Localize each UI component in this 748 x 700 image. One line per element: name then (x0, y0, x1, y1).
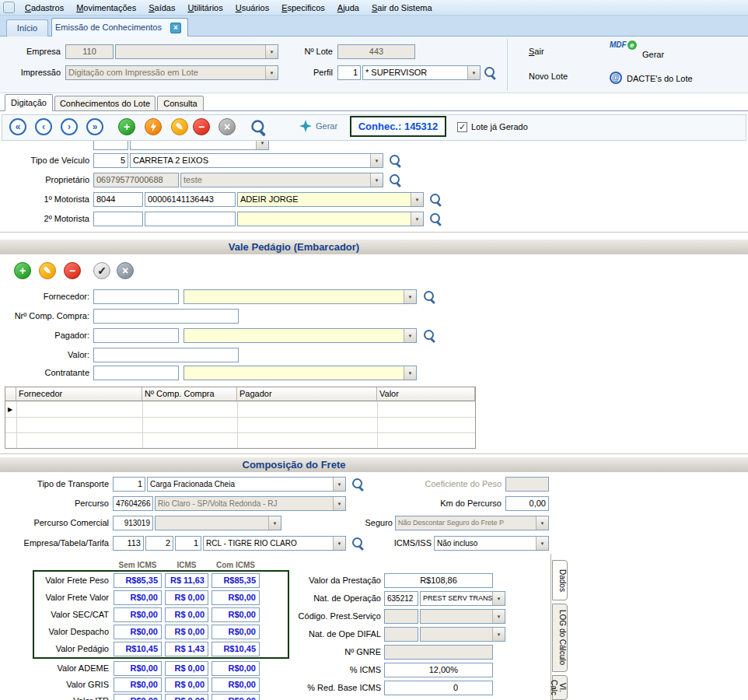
dropdown-arrow-icon[interactable]: ▼ (492, 610, 505, 623)
grid-row[interactable] (17, 433, 474, 448)
cell-itr-icms[interactable]: R$ 0,00 (165, 694, 208, 700)
pagador-field[interactable] (93, 328, 179, 343)
tarifa-combo[interactable]: RCL - TIGRE RIO CLARO ▼ (203, 536, 346, 551)
cancel-button[interactable]: × (218, 118, 236, 135)
cell-frete-valor-sem[interactable]: R$0,00 (114, 590, 162, 605)
cell-despacho-icms[interactable]: R$ 0,00 (165, 625, 208, 639)
side-tab-dados[interactable]: Dados (552, 560, 568, 600)
nav-next-button[interactable]: › (61, 118, 78, 135)
dropdown-arrow-icon[interactable]: ▼ (536, 516, 548, 530)
menu-item-especificos[interactable]: Especificos (275, 0, 331, 16)
cell-gris-icms[interactable]: R$ 0,00 (165, 677, 208, 692)
vale-confirm-button[interactable]: ✓ (93, 262, 110, 279)
red-base-field[interactable]: 0 (384, 681, 493, 695)
dropdown-arrow-icon[interactable]: ▼ (370, 154, 383, 167)
nav-prev-button[interactable]: ‹ (35, 118, 52, 135)
percurso-combo[interactable]: Rio Claro - SP/Volta Redonda - RJ ▼ (155, 496, 346, 511)
coef-peso-field[interactable] (505, 477, 549, 492)
empresa-field[interactable]: 110 (65, 44, 114, 59)
percurso-code-field[interactable]: 47604266 (113, 496, 153, 511)
proprietario-code-field[interactable]: 06979577000688 (93, 173, 179, 187)
grid-header-comp-compra[interactable]: Nº Comp. Compra (142, 387, 237, 401)
dropdown-arrow-icon[interactable]: ▼ (333, 497, 345, 510)
cell-despacho-sem[interactable]: R$0,00 (114, 625, 162, 639)
search-icon[interactable] (351, 478, 365, 491)
search-button[interactable] (250, 119, 267, 135)
valor-prestacao-field[interactable]: R$108,86 (384, 573, 493, 588)
cell-sec-cat-com[interactable]: R$0,00 (211, 607, 260, 622)
tipo-veiculo-combo[interactable]: CARRETA 2 EIXOS ▼ (130, 153, 383, 168)
motorista2-code-field[interactable] (93, 212, 143, 226)
nat-operacao-combo[interactable]: PREST SERV TRANSI ▼ (420, 591, 505, 606)
subtab-digitacao[interactable]: Digitação (5, 94, 53, 111)
dropdown-arrow-icon[interactable]: ▼ (492, 628, 505, 641)
cell-pedagio-sem[interactable]: R$10,45 (114, 642, 162, 656)
dropdown-arrow-icon[interactable]: ▼ (404, 329, 416, 342)
edit-button[interactable]: ✎ (171, 118, 188, 135)
dropdown-arrow-icon[interactable]: ▼ (256, 141, 268, 149)
dropdown-arrow-icon[interactable]: ▼ (492, 592, 505, 605)
dropdown-arrow-icon[interactable]: ▼ (333, 537, 345, 550)
perfil-code-field[interactable]: 1 (337, 65, 361, 80)
tarifa-code-field[interactable]: 1 (175, 536, 201, 551)
menu-item-cadastros[interactable]: Cadastros (19, 0, 70, 16)
cell-sec-cat-icms[interactable]: R$ 0,00 (165, 607, 208, 622)
tipo-veiculo-code-field[interactable]: 5 (93, 153, 128, 168)
nav-last-button[interactable]: » (86, 118, 103, 135)
cell-pedagio-com[interactable]: R$10,45 (211, 642, 260, 656)
clipped-combo[interactable]: ▼ (130, 141, 269, 150)
icms-iss-combo[interactable]: Não incluso ▼ (434, 536, 549, 551)
cell-pedagio-icms[interactable]: R$ 1,43 (165, 642, 208, 656)
cell-ademe-icms[interactable]: R$ 0,00 (165, 661, 208, 676)
search-icon[interactable] (429, 193, 442, 206)
clipped-field[interactable] (93, 141, 128, 150)
cell-ademe-com[interactable]: R$0,00 (211, 661, 260, 676)
perfil-combo[interactable]: * SUPERVISOR ▼ (362, 65, 481, 80)
vale-add-button[interactable]: + (14, 262, 31, 279)
grid-row[interactable] (17, 418, 474, 432)
dropdown-arrow-icon[interactable]: ▼ (268, 516, 281, 530)
dropdown-arrow-icon[interactable]: ▼ (536, 537, 548, 550)
pagador-combo[interactable]: ▼ (184, 328, 417, 343)
nat-difal-code-field[interactable] (384, 627, 418, 642)
menu-item-movimentacoes[interactable]: Movimentações (70, 0, 142, 16)
grid-header-fornecedor[interactable]: Fornecedor (16, 387, 142, 401)
add-button[interactable]: + (118, 118, 135, 135)
grid-header-valor[interactable]: Valor (377, 387, 475, 401)
empresa-code-field[interactable]: 113 (113, 536, 144, 551)
cell-sec-cat-sem[interactable]: R$0,00 (114, 607, 162, 622)
dropdown-arrow-icon[interactable]: ▼ (467, 66, 480, 79)
dropdown-arrow-icon[interactable]: ▼ (265, 45, 278, 58)
tab-inicio[interactable]: Início (6, 19, 48, 37)
cell-despacho-com[interactable]: R$0,00 (211, 625, 260, 639)
cell-frete-peso-icms[interactable]: R$ 11,63 (165, 573, 208, 588)
tipo-transporte-code-field[interactable]: 1 (113, 477, 145, 492)
fornecedor-combo[interactable]: ▼ (184, 289, 417, 304)
search-icon[interactable] (389, 154, 402, 167)
lote-field[interactable]: 443 (337, 44, 415, 59)
vale-delete-button[interactable]: − (64, 262, 81, 279)
cell-frete-valor-icms[interactable]: R$ 0,00 (165, 590, 208, 605)
motorista1-doc-field[interactable]: 00006141136443 (145, 192, 236, 207)
menu-item-utilitarios[interactable]: Utilitários (181, 0, 229, 16)
grid-header-pagador[interactable]: Pagador (237, 387, 377, 401)
cell-frete-valor-com[interactable]: R$0,00 (211, 590, 260, 605)
dropdown-arrow-icon[interactable]: ▼ (370, 173, 383, 187)
menu-item-usuarios[interactable]: Usuários (229, 0, 275, 16)
empresa-combo[interactable]: ▼ (115, 44, 278, 59)
lote-gerado-checkbox[interactable]: ✓ (457, 122, 467, 132)
impressao-combo[interactable]: Digitação com Impressão em Lote ▼ (65, 65, 278, 80)
comp-compra-field[interactable] (93, 309, 239, 324)
search-icon[interactable] (484, 66, 497, 79)
nav-first-button[interactable]: « (9, 118, 26, 135)
percurso-comercial-code-field[interactable]: 913019 (113, 516, 153, 530)
tipo-transporte-combo[interactable]: Carga Fracionada Cheia ▼ (147, 477, 346, 492)
motorista2-combo[interactable]: ▼ (237, 212, 424, 226)
gerar-mdfe-button[interactable]: Gerar (642, 48, 664, 61)
dropdown-arrow-icon[interactable]: ▼ (411, 212, 423, 226)
dropdown-arrow-icon[interactable]: ▼ (333, 478, 345, 491)
dropdown-arrow-icon[interactable]: ▼ (404, 366, 416, 380)
subtab-conhecimentos-lote[interactable]: Conhecimentos do Lote (54, 96, 156, 111)
km-percurso-field[interactable]: 0,00 (505, 496, 549, 511)
gnre-field[interactable] (384, 645, 493, 660)
